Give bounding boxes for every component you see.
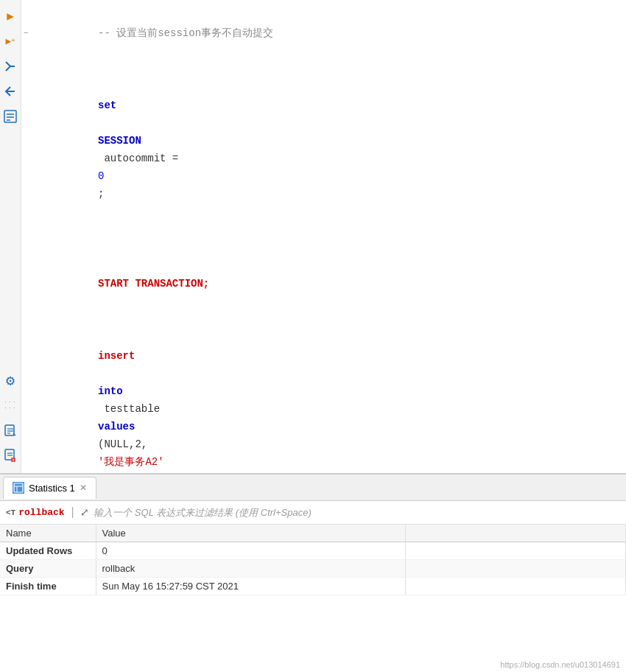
cell-value: rollback: [96, 560, 405, 578]
svg-text:!: !: [12, 458, 15, 463]
line-insert: insert into testtable values (NULL,2, '我…: [30, 312, 166, 473]
filter-tag: <T rollback: [6, 507, 65, 518]
bottom-panel: Statistics 1 ✕ <T rollback | ⤢ 输入一个 SQL …: [0, 473, 626, 672]
run-plus-icon[interactable]: ▶+: [0, 31, 21, 52]
settings-icon[interactable]: ⚙: [0, 370, 21, 391]
table-header-row: Name Value: [0, 525, 626, 542]
line-comment: -- 设置当前session事务不自动提交: [30, 7, 273, 60]
filter-separator: |: [69, 506, 77, 519]
step-out-icon[interactable]: [0, 81, 21, 102]
cell-value: 0: [96, 542, 405, 560]
more-icon[interactable]: ······: [0, 395, 21, 416]
tab-label: Statistics 1: [29, 483, 75, 494]
line-start-transaction: START TRANSACTION;: [30, 239, 209, 310]
filter-hint-text: 输入一个 SQL 表达式来过滤结果 (使用 Ctrl+Space): [94, 506, 312, 519]
line-gutter-1: –: [21, 28, 30, 38]
cell-name: Finish time: [0, 578, 96, 595]
results-table: Name Value Updated Rows0QueryrollbackFin…: [0, 525, 626, 672]
col-header-value: Value: [96, 525, 405, 542]
cell-value: Sun May 16 15:27:59 CST 2021: [96, 578, 405, 595]
code-line-5: insert into testtable values (NULL,2, '我…: [21, 311, 626, 473]
col-header-name: Name: [0, 525, 96, 542]
code-line-3: [21, 221, 626, 239]
export-icon[interactable]: [0, 420, 21, 441]
run-icon[interactable]: ▶: [0, 6, 21, 27]
sql-code-area[interactable]: – -- 设置当前session事务不自动提交 set SESSION auto…: [21, 0, 626, 473]
svg-rect-6: [5, 425, 14, 435]
table-row: Finish timeSun May 16 15:27:59 CST 2021: [0, 578, 626, 595]
watermark: https://blog.csdn.net/u013014691: [500, 660, 620, 669]
filter-value: rollback: [18, 507, 64, 518]
left-toolbar: ▶ ▶+ ⚙ ······: [0, 0, 21, 473]
table-row: Queryrollback: [0, 560, 626, 578]
table-row: Updated Rows0: [0, 542, 626, 560]
tab-close-button[interactable]: ✕: [80, 483, 87, 493]
code-line-1: – -- 设置当前session事务不自动提交: [21, 6, 626, 60]
warning-export-icon[interactable]: !: [0, 445, 21, 466]
filter-bar: <T rollback | ⤢ 输入一个 SQL 表达式来过滤结果 (使用 Ct…: [0, 501, 626, 525]
cell-empty: [405, 560, 626, 578]
statistics-table: Name Value Updated Rows0QueryrollbackFin…: [0, 525, 626, 595]
step-into-icon[interactable]: [0, 56, 21, 77]
code-line-2: set SESSION autocommit = 0 ;: [21, 60, 626, 221]
cell-empty: [405, 542, 626, 560]
statistics-tab[interactable]: Statistics 1 ✕: [3, 477, 96, 499]
code-line-4: START TRANSACTION;: [21, 239, 626, 311]
expand-icon[interactable]: ⤢: [80, 506, 89, 519]
cell-name: Query: [0, 560, 96, 578]
table-icon: [13, 482, 24, 494]
cell-empty: [405, 578, 626, 595]
cell-name: Updated Rows: [0, 542, 96, 560]
line-set-session: set SESSION autocommit = 0 ;: [30, 61, 185, 220]
col-header-empty: [405, 525, 626, 542]
code-editor[interactable]: – -- 设置当前session事务不自动提交 set SESSION auto…: [21, 0, 626, 473]
sql-editor-icon[interactable]: [0, 106, 21, 127]
tab-bar: Statistics 1 ✕: [0, 475, 626, 501]
svg-rect-15: [14, 483, 23, 492]
